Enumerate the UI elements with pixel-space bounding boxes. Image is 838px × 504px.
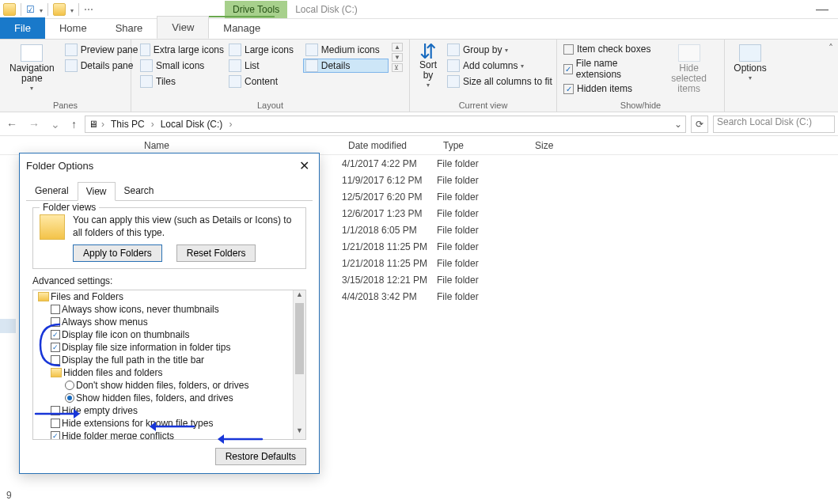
layout-scroll-up[interactable]: ▲ (392, 43, 403, 51)
qat-dropdown[interactable] (70, 4, 74, 15)
layout-icon (140, 59, 153, 72)
scrollbar[interactable]: ▲▼ (293, 290, 305, 439)
qat-dropdown[interactable] (40, 4, 43, 15)
options-icon (739, 44, 761, 62)
radio[interactable] (65, 381, 74, 390)
checkbox[interactable]: ✓ (51, 330, 60, 339)
advanced-settings-label: Advanced settings: (32, 275, 306, 286)
cell-type: File folder (437, 208, 529, 219)
dlg-tab-search[interactable]: Search (116, 181, 163, 200)
hidden-items[interactable]: ✓Hidden items (563, 82, 655, 95)
apply-to-folders-button[interactable]: Apply to Folders (73, 244, 162, 262)
group-label: Current view (416, 99, 550, 110)
table-row[interactable]: 4/4/2018 3:42 PMFile folder (342, 288, 838, 305)
table-row[interactable]: 12/5/2017 6:20 PMFile folder (342, 188, 838, 205)
table-row[interactable]: 3/15/2018 12:21 PMFile folder (342, 271, 838, 288)
minimize-button[interactable]: — (810, 1, 835, 18)
list[interactable]: List (226, 59, 303, 73)
small-icons[interactable]: Small icons (138, 59, 226, 73)
address-dropdown[interactable]: ⌄ (674, 119, 682, 130)
pc-icon: 🖥 (89, 119, 98, 130)
window-title: Local Disk (C:) (295, 4, 358, 15)
col-name[interactable]: Name (138, 140, 342, 151)
cell-type: File folder (437, 258, 529, 269)
cell-date: 4/4/2018 3:42 PM (342, 291, 437, 302)
close-button[interactable]: ✕ (296, 158, 313, 173)
refresh-button[interactable]: ⟳ (691, 116, 708, 133)
advanced-settings-tree[interactable]: Files and Folders Always show icons, nev… (33, 290, 293, 440)
breadcrumb-drive[interactable]: Local Disk (C:) (157, 119, 226, 130)
cell-date: 4/1/2017 4:22 PM (342, 158, 437, 169)
options-button[interactable]: Options ▾ (730, 43, 769, 84)
medium-icons[interactable]: Medium icons (303, 43, 389, 57)
group-label: Show/hide (563, 99, 718, 110)
content[interactable]: Content (226, 74, 303, 89)
col-date-modified[interactable]: Date modified (342, 140, 437, 151)
table-row[interactable]: 4/1/2017 4:22 PMFile folder (342, 155, 838, 172)
checkbox-icon[interactable]: ☑ (26, 4, 35, 15)
radio[interactable] (65, 393, 74, 403)
cell-type: File folder (437, 191, 529, 203)
breadcrumb-thispc[interactable]: This PC (108, 119, 148, 130)
checkbox[interactable] (51, 305, 60, 314)
item-check-boxes[interactable]: Item check boxes (563, 43, 655, 55)
checkbox[interactable] (51, 406, 60, 415)
layout-expand[interactable]: ⊻ (392, 63, 403, 72)
up-button[interactable]: ↑ (68, 116, 80, 132)
table-row[interactable]: 1/21/2018 11:25 PMFile folder (342, 238, 838, 255)
layout-icon (229, 44, 241, 56)
checkbox[interactable]: ✓ (51, 343, 60, 352)
group-by-button[interactable]: Group by ▾ (445, 43, 555, 57)
layout-icon (305, 59, 318, 72)
checkbox[interactable] (51, 419, 60, 428)
file-tab[interactable]: File (0, 17, 45, 39)
add-columns-icon (447, 59, 460, 72)
qat-overflow[interactable]: ⋯ (84, 4, 93, 15)
back-button[interactable]: ← (3, 116, 21, 132)
size-columns-fit[interactable]: Size all columns to fit (445, 74, 555, 89)
file-name-extensions[interactable]: ✓File name extensions (563, 57, 655, 81)
col-type[interactable]: Type (437, 140, 529, 151)
navigation-pane-button[interactable]: Navigation pane ▾ (6, 43, 58, 94)
details-pane-icon (65, 59, 78, 72)
home-tab[interactable]: Home (45, 17, 101, 39)
dialog-title: Folder Options (26, 160, 93, 172)
checkbox[interactable] (51, 317, 60, 327)
cell-type: File folder (437, 241, 529, 252)
table-row[interactable]: 11/9/2017 6:12 PMFile folder (342, 172, 838, 188)
restore-defaults-button[interactable]: Restore Defaults (215, 448, 306, 465)
large-icons[interactable]: Large icons (226, 43, 303, 57)
layout-scroll-down[interactable]: ▼ (392, 53, 403, 62)
checkbox[interactable]: ✓ (51, 431, 60, 440)
preview-pane-icon (65, 44, 78, 56)
details-pane-button[interactable]: Details pane (63, 59, 141, 73)
forward-button[interactable]: → (25, 116, 43, 132)
hide-selected-items[interactable]: Hide selected items (660, 43, 718, 97)
checkbox[interactable] (51, 355, 60, 365)
col-size[interactable]: Size (529, 140, 592, 151)
extra-large-icons[interactable]: Extra large icons (138, 43, 226, 57)
table-row[interactable]: 1/21/2018 11:25 PMFile folder (342, 255, 838, 271)
separator (47, 3, 48, 16)
preview-pane-button[interactable]: Preview pane (63, 43, 141, 57)
dlg-tab-general[interactable]: General (26, 181, 78, 200)
add-columns-button[interactable]: Add columns ▾ (445, 59, 555, 73)
reset-folders-button[interactable]: Reset Folders (176, 244, 256, 262)
address-bar[interactable]: 🖥 › This PC › Local Disk (C:) › ⌄ (85, 116, 686, 133)
cell-type: File folder (437, 175, 529, 186)
cell-date: 12/5/2017 6:20 PM (342, 191, 437, 203)
share-tab[interactable]: Share (101, 17, 157, 39)
details-layout[interactable]: Details (303, 59, 389, 73)
recent-locations[interactable]: ⌄ (47, 116, 63, 132)
sort-by-button[interactable]: ⇵ Sort by ▾ (416, 43, 440, 91)
collapse-ribbon[interactable]: ˄ (824, 40, 838, 112)
dlg-tab-view[interactable]: View (78, 182, 116, 201)
manage-tab[interactable]: Manage (209, 16, 275, 39)
table-row[interactable]: 12/6/2017 1:23 PMFile folder (342, 205, 838, 222)
search-input[interactable]: Search Local Disk (C:) (713, 116, 835, 133)
table-row[interactable]: 1/1/2018 6:05 PMFile folder (342, 222, 838, 238)
view-tab[interactable]: View (157, 16, 209, 39)
group-label: Layout (138, 99, 403, 110)
folder-icon (40, 214, 65, 240)
tiles[interactable]: Tiles (138, 74, 226, 89)
